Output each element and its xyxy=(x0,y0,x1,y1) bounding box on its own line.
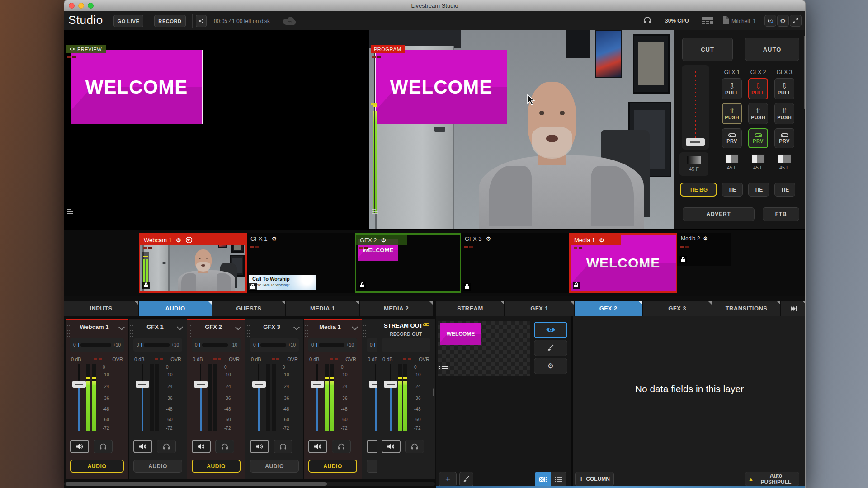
layer-paint-button[interactable] xyxy=(534,340,567,356)
tab-gfx3[interactable]: GFX 3 xyxy=(643,301,712,316)
gfx1-transition-style[interactable]: 45 F xyxy=(722,154,742,170)
drag-handle[interactable] xyxy=(363,325,367,337)
speaker-mute-button[interactable] xyxy=(382,440,401,453)
volume-fader-handle[interactable] xyxy=(72,381,86,388)
volume-fader-handle[interactable] xyxy=(252,381,266,388)
gear-icon[interactable]: ⚙ xyxy=(703,235,708,242)
tab-gfx2[interactable]: GFX 2 xyxy=(575,301,642,316)
gfx1-pull-button[interactable]: ⇩ PULL xyxy=(722,78,742,99)
gfx2-tie-button[interactable]: TIE xyxy=(748,183,769,197)
gfx2-transition-style[interactable]: 45 F xyxy=(748,154,768,170)
tab-stream[interactable]: STREAM xyxy=(436,301,504,316)
gfx1-preview-toggle-button[interactable]: PRV xyxy=(722,128,742,148)
thumbnail-view-button[interactable] xyxy=(535,472,551,487)
tab-guests[interactable]: GUESTS xyxy=(212,301,285,316)
audio-enable-button[interactable]: AUDIO xyxy=(70,460,124,473)
lock-icon[interactable] xyxy=(463,283,471,291)
headphone-monitor-button[interactable] xyxy=(157,440,176,453)
panel-scrollbar[interactable] xyxy=(804,36,805,109)
list-view-button[interactable] xyxy=(551,472,566,487)
gain-slider[interactable]: 0+10 xyxy=(308,338,357,352)
audio-enable-button[interactable]: AUDIO xyxy=(250,460,299,473)
settings-button[interactable]: ⚙ xyxy=(777,15,789,27)
speaker-mute-button[interactable] xyxy=(70,440,89,453)
audio-enable-button[interactable]: AUDIO xyxy=(133,460,182,473)
lock-icon[interactable] xyxy=(359,282,366,289)
volume-fader-handle[interactable] xyxy=(194,381,208,388)
go-live-button[interactable]: GO LIVE xyxy=(113,15,143,27)
tab-audio[interactable]: AUDIO xyxy=(139,301,212,316)
gfx3-transition-style[interactable]: 45 F xyxy=(774,154,794,170)
bg-transition-style[interactable]: 45 F xyxy=(679,152,708,176)
add-layer-button[interactable]: + xyxy=(439,472,457,487)
gfx3-pull-button[interactable]: ⇩ PULL xyxy=(774,78,794,99)
tab-overflow-button[interactable] xyxy=(781,301,806,316)
lock-icon[interactable] xyxy=(142,282,150,289)
headphone-icon[interactable] xyxy=(643,16,651,24)
headphone-monitor-button[interactable] xyxy=(332,440,351,453)
chevron-down-icon[interactable] xyxy=(177,324,183,330)
gear-icon[interactable]: ⚙ xyxy=(381,237,387,244)
help-button[interactable]: ? xyxy=(764,15,776,27)
headphone-monitor-button[interactable] xyxy=(94,440,113,453)
gain-slider[interactable]: 0+10 xyxy=(192,338,241,352)
audio-enable-button[interactable] xyxy=(367,460,377,473)
speaker-mute-button[interactable] xyxy=(192,440,211,453)
source-thumb-media2[interactable]: Media 2 ⚙ xyxy=(677,233,731,266)
chevron-down-icon[interactable] xyxy=(352,324,358,330)
transition-fader[interactable] xyxy=(682,65,709,150)
chevron-down-icon[interactable] xyxy=(235,324,241,330)
drag-handle[interactable] xyxy=(189,325,192,337)
volume-fader-handle[interactable] xyxy=(311,381,324,388)
tab-media2[interactable]: MEDIA 2 xyxy=(360,301,433,316)
gear-icon[interactable]: ⚙ xyxy=(599,237,604,244)
gfx3-preview-toggle-button[interactable]: PRV xyxy=(774,128,794,148)
layer-visibility-button[interactable] xyxy=(534,322,567,338)
gfx3-tie-button[interactable]: TIE xyxy=(774,183,795,197)
volume-fader-handle[interactable] xyxy=(136,381,149,388)
speaker-mute-button[interactable] xyxy=(367,440,377,453)
gear-icon[interactable]: ⚙ xyxy=(176,237,181,244)
layer-fields-icon[interactable] xyxy=(439,366,448,372)
gain-slider[interactable]: 0+10 xyxy=(250,338,299,352)
layers-icon[interactable] xyxy=(372,209,378,214)
headphone-monitor-button[interactable] xyxy=(405,440,424,453)
source-thumb-webcam1[interactable]: Webcam 1 ⚙ xyxy=(139,233,247,293)
record-button[interactable]: RECORD xyxy=(154,15,186,27)
ftb-button[interactable]: FTB xyxy=(763,207,799,221)
fullscreen-button[interactable] xyxy=(790,15,802,27)
gear-icon[interactable]: ⚙ xyxy=(486,235,491,242)
gfx2-pull-button[interactable]: ⇩ PULL xyxy=(748,78,768,99)
drag-handle[interactable] xyxy=(67,325,71,337)
volume-fader-handle[interactable] xyxy=(384,381,397,388)
audio-enable-button[interactable]: AUDIO xyxy=(308,460,357,473)
volume-fader-handle[interactable] xyxy=(369,381,377,388)
source-thumb-gfx2[interactable]: GFX 2 ⚙ WELCOME xyxy=(355,233,461,293)
project-name[interactable]: Mitchell_1 xyxy=(731,18,756,24)
share-button[interactable] xyxy=(196,15,207,27)
gear-icon[interactable]: ⚙ xyxy=(272,235,277,242)
window-titlebar[interactable]: Livestream Studio xyxy=(64,0,805,12)
auto-button[interactable]: AUTO xyxy=(745,38,799,61)
paint-layer-button[interactable] xyxy=(459,472,473,487)
headphone-monitor-button[interactable] xyxy=(274,440,292,453)
tab-media1[interactable]: MEDIA 1 xyxy=(286,301,359,316)
layer-settings-button[interactable]: ⚙ xyxy=(534,358,567,374)
program-monitor[interactable]: PROGRAM WELCOME xyxy=(369,30,674,229)
mixer-scrollbar-thumb[interactable] xyxy=(66,482,327,486)
lock-icon[interactable] xyxy=(679,256,687,263)
source-thumb-gfx1[interactable]: GFX 1 ⚙ Call To Worship "Here I Am To Wo… xyxy=(247,233,355,293)
tab-transitions[interactable]: TRANSITIONS xyxy=(712,301,780,316)
tab-gfx1[interactable]: GFX 1 xyxy=(505,301,574,316)
gfx1-tie-button[interactable]: TIE xyxy=(722,183,743,197)
source-thumb-media1[interactable]: WELCOME Media 1 ⚙ xyxy=(569,233,677,293)
gfx2-preview-toggle-button[interactable]: PRV xyxy=(748,128,768,148)
multiview-grid-icon[interactable] xyxy=(702,17,713,24)
tie-bg-button[interactable]: TIE BG xyxy=(680,183,717,197)
speaker-mute-button[interactable] xyxy=(308,440,327,453)
gfx2-push-button[interactable]: ⇧ PUSH xyxy=(748,103,768,124)
tab-inputs[interactable]: INPUTS xyxy=(64,301,138,316)
fader-handle[interactable] xyxy=(686,138,705,146)
add-column-button[interactable]: + COLUMN xyxy=(575,472,614,486)
drag-handle[interactable] xyxy=(130,325,134,337)
